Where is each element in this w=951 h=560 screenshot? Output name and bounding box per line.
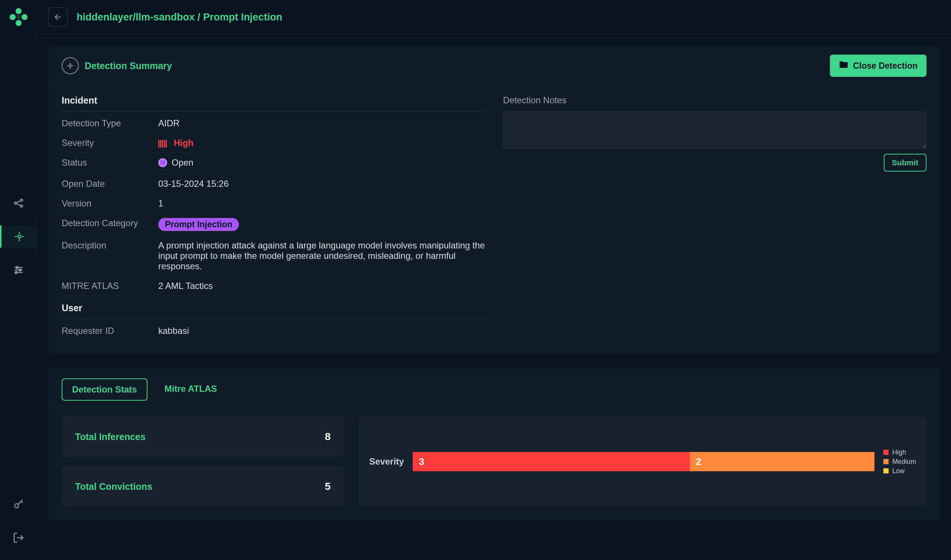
description-value: A prompt injection attack against a larg…	[158, 240, 485, 271]
tab-mitre-atlas[interactable]: Mitre ATLAS	[155, 378, 226, 401]
svg-point-5	[14, 202, 17, 204]
breadcrumb-sep: /	[198, 12, 201, 23]
total-inferences-label: Total Inferences	[75, 432, 146, 442]
chart-legend: High Medium Low	[883, 449, 916, 475]
breadcrumb: hiddenlayer/llm-sandbox / Prompt Injecti…	[77, 12, 282, 23]
sidebar-item-share[interactable]	[0, 192, 37, 214]
detection-notes-label: Detection Notes	[503, 95, 926, 105]
total-convictions-label: Total Convictions	[75, 481, 152, 492]
svg-point-3	[15, 20, 22, 26]
detection-summary-title: Detection Summary	[62, 57, 172, 74]
legend-high: High	[883, 449, 916, 456]
sidebar-item-logout[interactable]	[0, 526, 37, 549]
total-inferences-value: 8	[325, 431, 331, 443]
svg-point-21	[14, 504, 18, 508]
svg-point-0	[15, 8, 22, 14]
detection-summary-title-text: Detection Summary	[85, 60, 172, 71]
severity-value: High	[158, 138, 485, 148]
svg-point-20	[15, 271, 17, 273]
topbar: hiddenlayer/llm-sandbox / Prompt Injecti…	[37, 0, 951, 35]
open-date-value: 03-15-2024 15:26	[158, 178, 485, 189]
svg-point-1	[10, 14, 15, 20]
description-label: Description	[62, 240, 158, 271]
status-text: Open	[172, 157, 194, 168]
version-label: Version	[62, 198, 158, 209]
total-convictions-value: 5	[325, 480, 331, 492]
severity-bar-medium: 2	[690, 452, 874, 471]
svg-point-18	[19, 269, 21, 271]
logo	[8, 7, 29, 29]
close-detection-label: Close Detection	[853, 61, 917, 71]
svg-line-23	[21, 502, 22, 503]
target-icon	[62, 57, 79, 74]
status-value: Open	[158, 157, 485, 169]
mitre-atlas-label: MITRE ATLAS	[62, 281, 158, 291]
severity-bars-icon	[158, 140, 167, 148]
detection-summary-card: Detection Summary Close Detection Incide…	[48, 46, 940, 354]
sidebar-item-settings[interactable]	[0, 259, 37, 281]
legend-low-label: Low	[892, 467, 905, 475]
severity-chart: Severity 3 2 High Medium Low	[359, 417, 926, 506]
svg-point-10	[18, 235, 21, 238]
detection-category-pill: Prompt Injection	[158, 218, 239, 231]
detection-type-label: Detection Type	[62, 118, 158, 128]
sidebar-item-detections[interactable]	[0, 225, 37, 248]
svg-point-26	[69, 65, 71, 67]
legend-high-label: High	[892, 449, 906, 456]
total-convictions-card: Total Convictions 5	[62, 466, 344, 506]
incident-section-title: Incident	[62, 95, 485, 111]
submit-button[interactable]: Submit	[884, 154, 926, 172]
close-detection-button[interactable]: Close Detection	[830, 55, 926, 77]
detection-notes-input[interactable]	[503, 111, 926, 149]
severity-bar-high: 3	[413, 452, 690, 471]
status-dot-icon	[158, 158, 167, 167]
tab-detection-stats[interactable]: Detection Stats	[62, 378, 148, 401]
detection-category-label: Detection Category	[62, 218, 158, 231]
legend-medium-label: Medium	[892, 458, 916, 466]
requester-id-label: Requester ID	[62, 326, 158, 336]
severity-label: Severity	[62, 138, 158, 148]
legend-low: Low	[883, 467, 916, 475]
svg-point-4	[16, 15, 21, 19]
severity-text: High	[174, 138, 194, 148]
severity-bar-row: 3 2	[413, 452, 874, 471]
status-label: Status	[62, 157, 158, 169]
svg-line-9	[16, 203, 20, 205]
breadcrumb-current: Prompt Injection	[203, 12, 282, 23]
chart-ylabel: Severity	[369, 456, 404, 467]
svg-point-6	[20, 199, 23, 201]
sidebar-item-key[interactable]	[0, 493, 37, 515]
breadcrumb-path[interactable]: hiddenlayer/llm-sandbox	[77, 12, 195, 23]
tabs: Detection Stats Mitre ATLAS	[48, 368, 940, 406]
folder-icon	[839, 60, 848, 72]
detection-category-value: Prompt Injection	[158, 218, 485, 231]
svg-point-16	[16, 267, 18, 268]
sidebar	[0, 0, 37, 560]
svg-point-7	[20, 205, 23, 207]
detection-type-value: AIDR	[158, 118, 485, 128]
open-date-label: Open Date	[62, 178, 158, 189]
requester-id-value: kabbasi	[158, 326, 485, 336]
svg-point-2	[22, 14, 28, 20]
svg-line-8	[16, 200, 20, 202]
user-section-title: User	[62, 303, 485, 319]
mitre-atlas-value: 2 AML Tactics	[158, 281, 485, 291]
version-value: 1	[158, 198, 485, 209]
back-button[interactable]	[48, 8, 68, 27]
total-inferences-card: Total Inferences 8	[62, 417, 344, 457]
legend-medium: Medium	[883, 458, 916, 466]
stats-card: Detection Stats Mitre ATLAS Total Infere…	[48, 368, 940, 520]
